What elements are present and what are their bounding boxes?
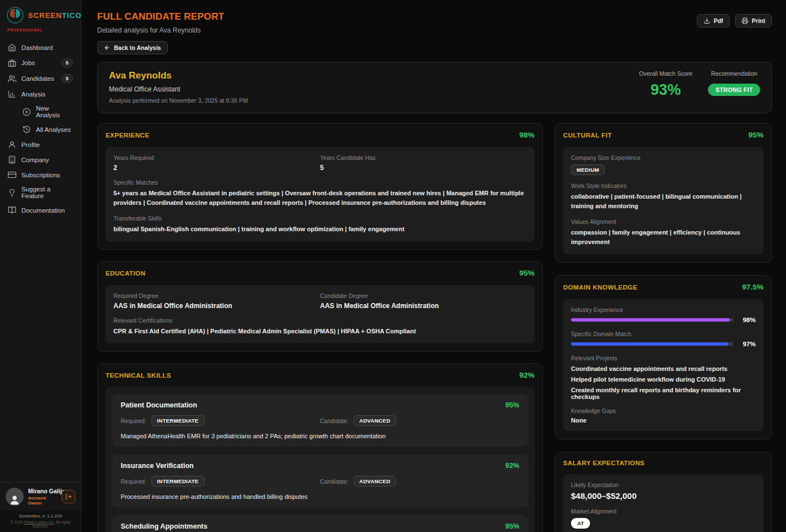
company-size-badge: MEDIUM [571, 164, 605, 175]
candidate-label: Candidate: [320, 418, 349, 424]
project-item: Created monthly recall reports and birth… [571, 387, 756, 400]
transferable-skills-label: Transferable Skills [113, 215, 527, 222]
sidebar-item-subscriptions[interactable]: Subscriptions [0, 167, 81, 182]
sidebar-item-company[interactable]: Company [0, 152, 81, 167]
back-to-analysis-button[interactable]: Back to Analysis [97, 41, 168, 54]
specific-matches-value: 5+ years as Medical Office Assistant in … [113, 189, 527, 208]
cultural-fit-score: 95% [748, 131, 764, 139]
sidebar-footer: Screentico, v. 1.1.226 © 2025 Sharp Logi… [0, 511, 81, 532]
market-alignment-label: Market Alignment [571, 508, 756, 515]
technical-skills-title: TECHNICAL SKILLS [106, 372, 171, 379]
sidebar-item-documentation[interactable]: Documentation [0, 203, 81, 218]
required-level-badge: INTERMEDIATE [152, 476, 204, 487]
required-label: Required: [121, 418, 147, 424]
transferable-skills-value: bilingual Spanish-English communication … [113, 224, 527, 234]
recommendation-badge: STRONG FIT [708, 84, 760, 96]
user-name: Mirano Galijas... [28, 488, 57, 494]
experience-score: 98% [519, 131, 534, 139]
values-alignment-value: compassion | family engagement | efficie… [571, 228, 756, 247]
users-icon [8, 75, 16, 83]
certifications-value: CPR & First Aid Certified (AHA) | Pediat… [113, 327, 527, 336]
candidate-label: Candidate: [320, 478, 349, 485]
technical-skills-card: TECHNICAL SKILLS 92% Patient Documentati… [97, 363, 543, 532]
sidebar-item-candidates[interactable]: Candidates 5 [0, 71, 81, 86]
recommendation-label: Recommendation [711, 70, 757, 77]
work-style-value: collaborative | patient-focused | biling… [571, 192, 756, 211]
logo-tier-label: PROFESSIONAL [7, 28, 75, 32]
domain-knowledge-card: DOMAIN KNOWLEDGE 97.5% Industry Experien… [555, 275, 772, 439]
sidebar-item-label: Subscriptions [21, 172, 60, 178]
plus-circle-icon [22, 108, 31, 116]
candidates-count-badge: 5 [61, 74, 73, 83]
main-content: FULL CANDIDATE REPORT Detailed analysis … [81, 0, 786, 532]
print-button[interactable]: Print [735, 14, 772, 27]
years-required-label: Years Required [113, 154, 320, 161]
years-has-label: Years Candidate Has [320, 154, 527, 161]
sidebar-item-label: Candidates [21, 75, 54, 82]
likely-expectation-value: $48,000–$52,000 [571, 491, 756, 501]
sidebar-item-profile[interactable]: Profile [0, 137, 81, 152]
candidate-level-badge: ADVANCED [354, 476, 396, 487]
bar-chart-icon [8, 90, 16, 98]
skill-item: Patient Documentation 95% Required:INTER… [112, 394, 528, 447]
skill-name: Scheduling Appointments [121, 522, 207, 530]
sidebar-nav: Dashboard Jobs 5 Candidates 5 Analysis N… [0, 35, 81, 482]
sidebar-item-dashboard[interactable]: Dashboard [0, 40, 81, 55]
candidate-level-badge: ADVANCED [354, 415, 396, 426]
experience-title: EXPERIENCE [106, 132, 149, 139]
years-required-value: 2 [113, 164, 320, 172]
required-degree-label: Required Degree [113, 292, 320, 299]
book-icon [8, 206, 16, 214]
jobs-count-badge: 5 [61, 58, 73, 67]
required-level-badge: INTERMEDIATE [152, 415, 204, 426]
user-profile[interactable]: Mirano Galijas... Account Owner [0, 482, 81, 511]
credit-card-icon [8, 171, 16, 179]
skill-score: 95% [505, 401, 519, 409]
sidebar-item-analysis[interactable]: Analysis [0, 86, 81, 102]
download-icon [703, 17, 710, 24]
sidebar-item-label: Profile [21, 141, 40, 148]
cultural-fit-card: CULTURAL FIT 95% Company Size Experience… [555, 123, 772, 263]
project-item: Helped pilot telemedicine workflow durin… [571, 376, 756, 383]
logout-icon [65, 493, 72, 500]
domain-knowledge-title: DOMAIN KNOWLEDGE [563, 284, 637, 291]
sidebar-item-label: New Analysis [36, 105, 73, 118]
education-score: 95% [519, 269, 534, 277]
certifications-label: Relevant Certifications [113, 317, 527, 324]
domain-knowledge-score: 97.5% [742, 283, 764, 291]
overall-score-label: Overall Match Score [639, 70, 692, 77]
company-link[interactable]: Sharp Logica Inc. [24, 520, 54, 524]
sidebar-item-new-analysis[interactable]: New Analysis [0, 102, 81, 122]
candidate-degree-value: AAS in Medical Office Administration [320, 302, 527, 310]
technical-skills-score: 92% [519, 371, 534, 379]
work-style-label: Work Style Indicators [571, 182, 756, 189]
user-icon [8, 140, 16, 149]
skill-score: 92% [505, 462, 519, 470]
lightbulb-icon [8, 189, 16, 197]
logo: SCREENTICO PROFESSIONAL [0, 0, 81, 35]
required-label: Required: [121, 478, 147, 485]
briefcase-icon [8, 59, 16, 67]
candidate-summary-card: Ava Reynolds Medical Office Assistant An… [97, 62, 772, 113]
logo-text: SCREENTICO [28, 11, 81, 20]
skill-note: Managed AthenaHealth EMR for 3 pediatric… [121, 433, 519, 439]
relevant-projects-label: Relevant Projects [571, 355, 756, 361]
brain-logo-icon [6, 6, 25, 25]
skill-name: Insurance Verification [121, 462, 194, 470]
page-title: FULL CANDIDATE REPORT [97, 11, 224, 22]
salary-expectations-card: SALARY EXPECTATIONS Likely Expectation $… [555, 452, 772, 532]
sidebar-item-jobs[interactable]: Jobs 5 [0, 55, 81, 71]
pdf-button[interactable]: Pdf [697, 14, 730, 27]
logout-button[interactable] [62, 490, 75, 503]
sidebar-item-suggest-feature[interactable]: Suggest a Feature [0, 182, 81, 203]
sidebar-item-label: Company [21, 157, 49, 163]
arrow-left-icon [104, 44, 111, 51]
sidebar-item-label: Jobs [21, 59, 35, 66]
sidebar-item-label: All Analyses [36, 126, 71, 133]
skill-name: Patient Documentation [121, 401, 197, 409]
sidebar-item-label: Documentation [21, 207, 65, 214]
page-subtitle: Detailed analysis for Ava Reynolds [97, 26, 224, 34]
sidebar-item-all-analyses[interactable]: All Analyses [0, 122, 81, 137]
domain-match-label: Specific Domain Match [571, 331, 756, 337]
market-alignment-badge: AT [571, 518, 590, 529]
